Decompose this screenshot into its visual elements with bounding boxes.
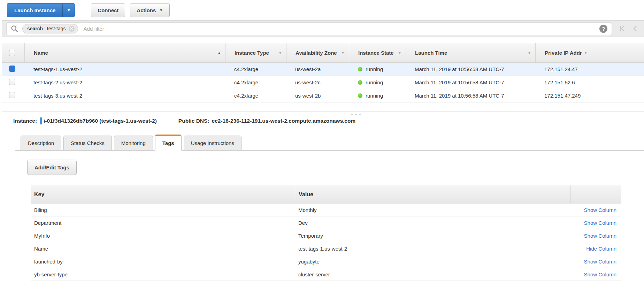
show-column-link[interactable]: Show Column (584, 259, 616, 265)
tag-key: Biling (31, 207, 295, 213)
instance-name: test-tags-3.us-west-2 (24, 93, 225, 99)
instance-row[interactable]: test-tags-1.us-west-2 c4.2xlarge us-west… (2, 63, 644, 76)
tags-panel: Add/Edit Tags Key Value Biling Monthly S… (15, 151, 644, 281)
running-state-icon (358, 80, 362, 85)
filter-bar: search : test-tags ✕ Add filter ? (2, 20, 644, 37)
filter-dropdown-icon[interactable]: ▼ (341, 51, 345, 55)
instance-state-label: running (366, 79, 383, 85)
help-icon[interactable]: ? (599, 25, 607, 33)
private-ip: 172.151.47.249 (535, 93, 592, 99)
tab-description[interactable]: Description (21, 136, 61, 150)
tab-monitoring[interactable]: Monitoring (114, 136, 153, 150)
column-header-az-label: Availability Zone (296, 50, 337, 56)
actions-button-label: Actions (137, 7, 156, 13)
filter-dropdown-icon[interactable]: ▼ (528, 51, 531, 55)
filter-dropdown-icon[interactable]: ▼ (398, 51, 401, 55)
column-header-name-label: Name (34, 50, 48, 56)
sort-ascending-icon: ▲ (217, 51, 221, 55)
remove-filter-icon[interactable]: ✕ (69, 26, 75, 32)
private-ip: 172.151.52.6 (535, 79, 592, 85)
previous-page-icon[interactable] (631, 25, 639, 32)
actions-button[interactable]: Actions ▼ (130, 3, 170, 17)
column-header-launch-time[interactable]: Launch Time ▼ (406, 43, 535, 62)
launch-instance-button[interactable]: Launch Instance (7, 3, 62, 17)
launch-instance-dropdown-button[interactable]: ▼ (62, 3, 75, 17)
tags-table-header: Key Value (31, 185, 621, 204)
ec2-console-page: Launch Instance ▼ Connect Actions ▼ sear… (0, 0, 644, 283)
toolbar: Launch Instance ▼ Connect Actions ▼ (0, 0, 644, 20)
filter-dropdown-icon[interactable]: ▼ (584, 51, 588, 55)
select-all-checkbox[interactable] (9, 50, 15, 56)
column-header-instance-type-label: Instance Type (235, 50, 269, 56)
instance-state: running (349, 79, 406, 85)
show-column-link[interactable]: Show Column (584, 207, 616, 213)
launch-time: March 11, 2019 at 10:56:58 AM UTC-7 (406, 79, 535, 85)
availability-zone: us-west-2b (286, 93, 349, 99)
connect-button[interactable]: Connect (91, 3, 125, 17)
instance-row[interactable]: test-tags-2.us-west-2 c4.2xlarge us-west… (2, 76, 644, 89)
pagination-controls (618, 25, 639, 32)
tag-row: launched-by yugabyte Show Column (31, 255, 621, 268)
add-filter-placeholder[interactable]: Add filter (84, 26, 104, 32)
tag-value: Monthly (295, 207, 570, 213)
tag-value: Temporary (295, 233, 570, 239)
instance-type: c4.2xlarge (225, 66, 286, 72)
instance-summary-line: Instance: i-01f3d41326db7b960 (test-tags… (13, 117, 644, 124)
public-dns-value: ec2-18-236-112-191.us-west-2.compute.ama… (212, 118, 356, 124)
tab-status-checks[interactable]: Status Checks (63, 136, 112, 150)
show-column-link[interactable]: Show Column (584, 220, 616, 226)
search-icon (11, 25, 18, 32)
instance-state-label: running (366, 66, 383, 72)
column-header-empty (592, 43, 644, 62)
tags-column-header-key: Key (31, 185, 295, 203)
show-column-link[interactable]: Show Column (584, 233, 616, 239)
panel-resize-handle[interactable] (351, 114, 361, 115)
row-checkbox[interactable] (9, 92, 15, 98)
filter-chip-separator: : (43, 26, 47, 31)
row-checkbox[interactable] (9, 79, 15, 85)
hide-column-link[interactable]: Hide Column (586, 246, 616, 252)
tag-key: Department (31, 220, 295, 226)
add-edit-tags-button[interactable]: Add/Edit Tags (27, 160, 77, 175)
show-column-link[interactable]: Show Column (584, 271, 616, 277)
instance-label: Instance: (13, 118, 37, 124)
first-page-icon[interactable] (618, 25, 626, 32)
column-header-launch-time-label: Launch Time (415, 50, 447, 56)
column-header-instance-type[interactable]: Instance Type ▼ (225, 43, 286, 62)
instance-state: running (349, 93, 406, 99)
instance-id: i-01f3d41326db7b960 (test-tags-1.us-west… (44, 118, 157, 124)
search-filter-chip[interactable]: search : test-tags ✕ (22, 24, 78, 33)
tag-row: Department Dev Show Column (31, 216, 621, 229)
filter-chip-value: test-tags (47, 26, 66, 31)
running-state-icon (358, 67, 362, 71)
row-checkbox[interactable] (9, 66, 15, 72)
chevron-down-icon: ▼ (159, 8, 163, 12)
select-all-checkbox-cell (2, 43, 24, 62)
filter-dropdown-icon[interactable]: ▼ (278, 51, 282, 55)
tags-table: Key Value Biling Monthly Show Column Dep… (31, 185, 621, 281)
instance-marker-bar (40, 117, 42, 124)
availability-zone: us-west-2a (286, 66, 349, 72)
tab-tags[interactable]: Tags (155, 135, 182, 151)
instances-table-header: Name ▲ Instance Type ▼ Availability Zone… (2, 43, 644, 63)
search-input[interactable]: search : test-tags ✕ Add filter ? (6, 22, 612, 35)
tag-key: MyInfo (31, 233, 295, 239)
column-header-name[interactable]: Name ▲ (24, 43, 225, 62)
tag-key: Name (31, 246, 295, 252)
chevron-down-icon: ▼ (67, 8, 71, 12)
tags-column-header-actions (570, 185, 621, 203)
filter-chip-key: search (27, 26, 43, 31)
column-header-state-label: Instance State (358, 50, 394, 56)
launch-time: March 11, 2019 at 10:56:58 AM UTC-7 (406, 93, 535, 99)
instance-row[interactable]: test-tags-3.us-west-2 c4.2xlarge us-west… (2, 89, 644, 102)
availability-zone: us-west-2c (286, 79, 349, 85)
instance-type: c4.2xlarge (225, 79, 286, 85)
column-header-instance-state[interactable]: Instance State ▼ (349, 43, 406, 62)
column-header-availability-zone[interactable]: Availability Zone ▼ (286, 43, 349, 62)
tag-row: Name test-tags-1.us-west-2 Hide Column (31, 242, 621, 255)
tag-row: MyInfo Temporary Show Column (31, 229, 621, 242)
detail-tabs: Description Status Checks Monitoring Tag… (15, 135, 644, 151)
public-dns-label: Public DNS: (178, 118, 209, 124)
column-header-private-ip[interactable]: Private IP Addr ▼ (535, 43, 592, 62)
tab-usage-instructions[interactable]: Usage Instructions (184, 136, 242, 150)
